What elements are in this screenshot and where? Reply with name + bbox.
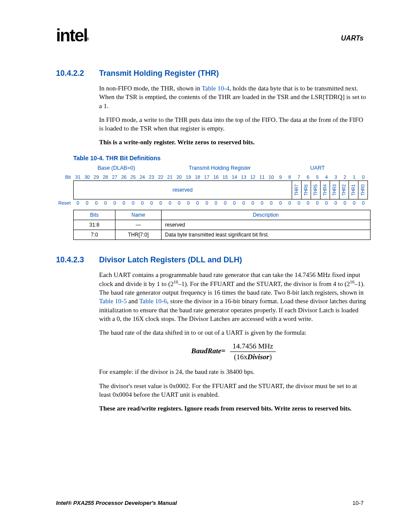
fraction: 14.7456 MHz (16xDivisor) bbox=[230, 342, 276, 361]
reset-val: 0 bbox=[110, 199, 119, 206]
reg-top-labels: Base (DLAB=0) Transmit Holding Register … bbox=[73, 165, 368, 171]
section-number: 10.4.2.2 bbox=[56, 69, 99, 78]
bit-num: 22 bbox=[156, 174, 165, 180]
bit-num: 11 bbox=[258, 174, 267, 180]
bit-field: THR7 bbox=[292, 180, 302, 199]
bit-num: 6 bbox=[303, 174, 312, 180]
bit-field-label: THR2 bbox=[342, 184, 346, 195]
reset-val: 0 bbox=[221, 199, 230, 206]
table-ref-link[interactable]: Table 10-4 bbox=[202, 85, 229, 92]
reset-val: 0 bbox=[276, 199, 285, 206]
bit-num: 30 bbox=[82, 174, 91, 180]
header-section-name: UARTs bbox=[341, 34, 364, 42]
bit-num: 8 bbox=[285, 174, 294, 180]
content-area: 10.4.2.2 Transmit Holding Register (THR)… bbox=[56, 69, 368, 413]
section-title: Transmit Holding Register (THR) bbox=[99, 69, 219, 78]
bit-num: 20 bbox=[174, 174, 184, 180]
bit-num: 1 bbox=[349, 174, 358, 180]
text: and bbox=[127, 298, 139, 305]
bit-num: 24 bbox=[138, 174, 147, 180]
reset-val: 0 bbox=[147, 199, 156, 206]
table-ref-link[interactable]: Table 10-5 bbox=[99, 298, 127, 305]
reset-val: 0 bbox=[303, 199, 312, 206]
bit-num: 12 bbox=[248, 174, 257, 180]
bit-field-label: THR4 bbox=[323, 184, 327, 195]
reset-val: 0 bbox=[212, 199, 221, 206]
intel-logo: intel® bbox=[56, 26, 90, 45]
cell-name: — bbox=[115, 220, 162, 230]
bit-field-label: THR6 bbox=[304, 184, 308, 195]
bit-field-label: THR3 bbox=[332, 184, 337, 195]
reset-val: 0 bbox=[267, 199, 276, 206]
reset-val: 0 bbox=[119, 199, 128, 206]
col-header-bits: Bits bbox=[74, 210, 115, 220]
bit-num: 31 bbox=[73, 174, 82, 180]
table-row: 31:8 — reserved bbox=[74, 220, 371, 230]
bit-num: 2 bbox=[340, 174, 349, 180]
bit-num: 19 bbox=[184, 174, 193, 180]
section-heading-1: 10.4.2.2 Transmit Holding Register (THR) bbox=[56, 69, 368, 78]
reset-val: 0 bbox=[101, 199, 110, 206]
table-ref-link[interactable]: Table 10-6 bbox=[139, 298, 167, 305]
reset-val: 0 bbox=[82, 199, 91, 206]
bit-num: 16 bbox=[212, 174, 221, 180]
cell-bits: 7:0 bbox=[74, 230, 115, 240]
reg-label-name: Transmit Holding Register bbox=[159, 165, 280, 171]
bit-num: 4 bbox=[322, 174, 331, 180]
bit-field: THR3 bbox=[330, 180, 339, 199]
fraction-denominator: (16xDivisor) bbox=[230, 352, 276, 361]
bit-field-label: THR5 bbox=[313, 184, 318, 195]
bit-num: 18 bbox=[193, 174, 202, 180]
bit-field-label: THR1 bbox=[351, 184, 356, 195]
paragraph: In non-FIFO mode, the THR, shown in Tabl… bbox=[99, 84, 368, 110]
superscript: 16 bbox=[174, 280, 178, 284]
bit-num: 9 bbox=[276, 174, 285, 180]
bit-field: THR0 bbox=[358, 180, 368, 199]
reset-val: 0 bbox=[349, 199, 358, 206]
bit-num: 29 bbox=[92, 174, 101, 180]
reset-val: 0 bbox=[294, 199, 303, 206]
paragraph: The divisor's reset value is 0x0002. For… bbox=[99, 382, 368, 399]
bit-field: THR5 bbox=[311, 180, 321, 199]
page: intel® UARTs 10.4.2.2 Transmit Holding R… bbox=[0, 0, 411, 532]
superscript: 16 bbox=[350, 280, 355, 284]
bit-num: 23 bbox=[147, 174, 156, 180]
bit-num: 14 bbox=[230, 174, 239, 180]
fraction-numerator: 14.7456 MHz bbox=[230, 342, 276, 352]
bit-num: 3 bbox=[331, 174, 340, 180]
bit-num: 0 bbox=[359, 174, 368, 180]
reset-val: 0 bbox=[138, 199, 147, 206]
reg-label-base: Base (DLAB=0) bbox=[73, 165, 159, 171]
cell-desc: reserved bbox=[162, 220, 371, 230]
text: –1). For the FFUART and the STUART, the … bbox=[178, 280, 350, 287]
table-caption: Table 10-4. THR Bit Definitions bbox=[73, 155, 368, 162]
footer-title: Intel® PXA255 Processor Developer's Manu… bbox=[56, 500, 177, 506]
bit-num: 25 bbox=[128, 174, 137, 180]
reset-val: 0 bbox=[331, 199, 340, 206]
reset-val: 0 bbox=[230, 199, 239, 206]
bit-field: THR1 bbox=[349, 180, 358, 199]
reset-val: 0 bbox=[258, 199, 267, 206]
bit-num: 15 bbox=[221, 174, 230, 180]
reset-val: 0 bbox=[128, 199, 137, 206]
cell-desc: Data byte transmitted least significant … bbox=[162, 230, 371, 240]
reset-val: 0 bbox=[248, 199, 257, 206]
footer-page-number: 10-7 bbox=[352, 500, 364, 506]
field-row: reserved THR7 THR6 THR5 THR4 THR3 THR2 T… bbox=[56, 180, 368, 199]
register-diagram: Base (DLAB=0) Transmit Holding Register … bbox=[56, 165, 368, 240]
row-label-reset: Reset bbox=[56, 199, 73, 206]
section-title: Divisor Latch Registers (DLL and DLH) bbox=[99, 255, 242, 264]
bit-field-label: THR0 bbox=[361, 184, 365, 195]
reset-val: 0 bbox=[156, 199, 165, 206]
reset-val: 0 bbox=[174, 199, 184, 206]
bit-field: THR6 bbox=[302, 180, 311, 199]
bit-field: THR2 bbox=[339, 180, 349, 199]
bit-num: 21 bbox=[165, 174, 174, 180]
reserved-field: reserved bbox=[73, 180, 292, 199]
paragraph-bold: These are read/write registers. Ignore r… bbox=[99, 404, 368, 413]
row-label-bit: Bit bbox=[56, 174, 73, 180]
bit-num: 28 bbox=[101, 174, 110, 180]
reset-val: 0 bbox=[184, 199, 193, 206]
reset-row: Reset 0 0 0 0 0 0 0 0 0 0 0 0 0 0 0 0 0 … bbox=[56, 199, 368, 206]
bit-num: 5 bbox=[313, 174, 322, 180]
